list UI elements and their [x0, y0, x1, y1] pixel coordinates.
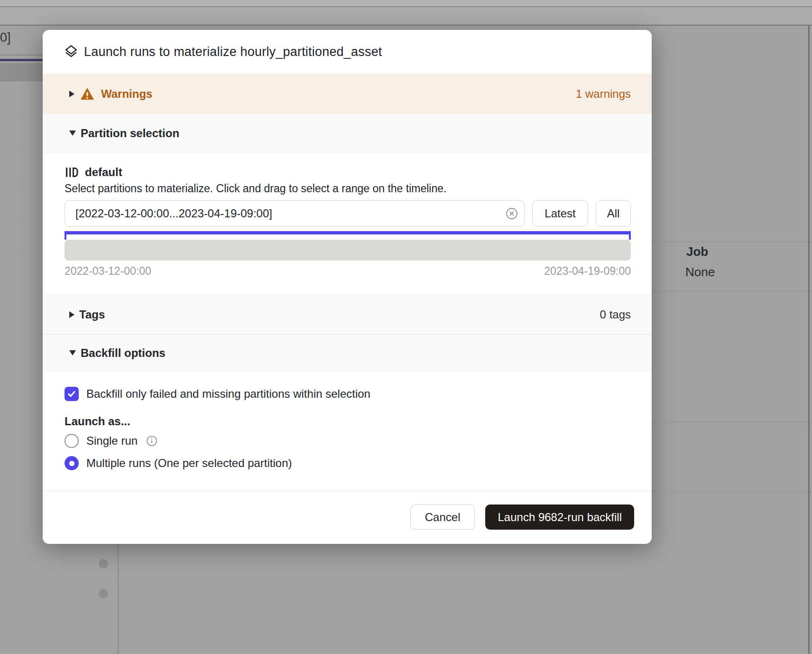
launch-backfill-button[interactable]: Launch 9682-run backfill [485, 505, 634, 530]
radio-unselected-icon[interactable] [65, 434, 79, 448]
tags-label: Tags [79, 308, 105, 321]
warnings-section-toggle[interactable]: Warnings 1 warnings [43, 74, 652, 114]
row-divider [652, 242, 812, 242]
row-divider [652, 291, 812, 291]
cancel-button[interactable]: Cancel [410, 505, 475, 530]
chevron-right-icon [69, 91, 74, 97]
row-divider [0, 218, 43, 218]
partition-helper-text: Select partitions to materialize. Click … [65, 182, 631, 195]
dialog-footer: Cancel Launch 9682-run backfill [43, 490, 652, 543]
backfill-options-label: Backfill options [81, 346, 166, 360]
backfill-options-toggle[interactable]: Backfill options [43, 335, 652, 372]
background-top-band [0, 0, 812, 6]
column-divider [118, 544, 119, 654]
backfill-options-content: Backfill only failed and missing partiti… [43, 372, 652, 490]
partition-range-input[interactable] [65, 200, 525, 227]
status-dot [99, 589, 108, 598]
timeline-selection-range[interactable] [65, 231, 631, 240]
column-divider [808, 26, 810, 654]
all-button[interactable]: All [596, 200, 631, 227]
multiple-runs-radio-row[interactable]: Multiple runs (One per selected partitio… [65, 456, 631, 471]
job-column-value: None [685, 265, 715, 280]
launch-as-label: Launch as... [65, 415, 631, 427]
launch-backfill-dialog: Launch runs to materialize hourly_partit… [43, 30, 652, 544]
status-dot [99, 559, 108, 569]
backfill-only-failed-checkbox-row[interactable]: Backfill only failed and missing partiti… [65, 386, 631, 402]
warning-triangle-icon [80, 87, 94, 100]
dialog-header: Launch runs to materialize hourly_partit… [43, 30, 652, 74]
single-run-label: Single run [86, 434, 138, 448]
partition-selection-toggle[interactable]: Partition selection [43, 114, 652, 153]
partition-range-row: Latest All [65, 200, 631, 227]
partition-timeline[interactable] [65, 240, 631, 261]
tags-section-toggle[interactable]: Tags 0 tags [43, 294, 652, 335]
background-button-remnant [0, 63, 45, 82]
row-divider [652, 422, 812, 422]
tags-count: 0 tags [600, 308, 631, 321]
asset-layers-icon [64, 45, 78, 59]
clear-selection-icon[interactable] [506, 207, 518, 220]
info-icon[interactable] [146, 435, 157, 447]
row-divider [652, 491, 812, 492]
background-divider [0, 25, 812, 26]
timeline-end-label: 2023-04-19-09:00 [544, 265, 631, 278]
row-divider [0, 81, 43, 82]
chevron-down-icon [69, 350, 76, 355]
background-divider [0, 55, 43, 56]
warnings-label: Warnings [101, 87, 152, 101]
row-divider [0, 184, 43, 184]
dialog-title: Launch runs to materialize hourly_partit… [84, 45, 382, 59]
checkbox-checked-icon[interactable] [65, 387, 79, 401]
row-divider [0, 252, 43, 252]
single-run-radio-row[interactable]: Single run [65, 433, 631, 448]
partition-icon [65, 165, 79, 179]
chevron-right-icon [69, 311, 74, 318]
row-divider [0, 149, 43, 150]
partition-dimension-name: default [85, 166, 122, 179]
background-toolbar-band [0, 7, 812, 25]
partition-selection-content: default Select partitions to materialize… [43, 153, 652, 294]
row-divider [0, 115, 43, 116]
partition-dimension-row: default [65, 165, 631, 179]
multiple-runs-label: Multiple runs (One per selected partitio… [86, 457, 292, 470]
partition-range-input-wrap [65, 200, 525, 227]
warnings-count: 1 warnings [576, 87, 631, 101]
timeline-start-label: 2022-03-12-00:00 [65, 265, 151, 278]
background-tab-indicator [0, 59, 43, 61]
backfill-only-failed-label: Backfill only failed and missing partiti… [86, 387, 370, 401]
job-column-header: Job [686, 244, 708, 259]
row-divider [0, 577, 118, 578]
partition-selection-label: Partition selection [81, 127, 179, 140]
chevron-down-icon [69, 131, 76, 136]
background-clipped-partition-text: 0] [0, 30, 11, 45]
timeline-labels: 2022-03-12-00:00 2023-04-19-09:00 [65, 265, 631, 278]
latest-button[interactable]: Latest [532, 200, 588, 227]
radio-selected-icon[interactable] [65, 456, 79, 470]
